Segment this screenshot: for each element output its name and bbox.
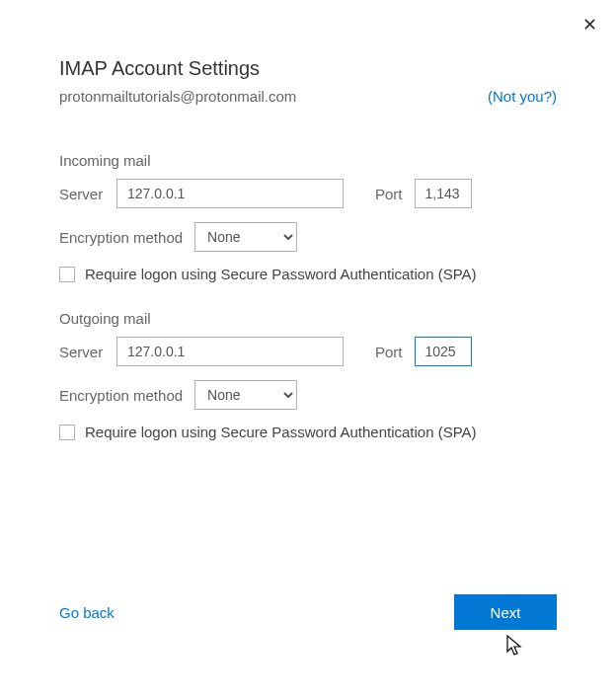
outgoing-server-row: Server Port	[59, 337, 557, 366]
incoming-spa-row: Require logon using Secure Password Auth…	[59, 266, 557, 282]
go-back-link[interactable]: Go back	[59, 604, 115, 621]
outgoing-encryption-label: Encryption method	[59, 387, 183, 404]
outgoing-port-input[interactable]	[415, 337, 472, 366]
close-icon: ✕	[582, 14, 597, 36]
incoming-port-input[interactable]	[415, 179, 472, 208]
outgoing-encryption-row: Encryption method None	[59, 380, 557, 410]
incoming-encryption-row: Encryption method None	[59, 222, 557, 252]
incoming-encryption-select[interactable]: None	[194, 222, 297, 252]
account-email: protonmailtutorials@protonmail.com	[59, 88, 296, 105]
incoming-spa-checkbox[interactable]	[59, 267, 75, 282]
incoming-server-input[interactable]	[116, 179, 344, 208]
outgoing-encryption-select[interactable]: None	[194, 380, 297, 410]
incoming-server-label: Server	[59, 186, 116, 202]
outgoing-server-label: Server	[59, 344, 116, 360]
not-you-link[interactable]: (Not you?)	[488, 88, 557, 105]
incoming-port-label: Port	[375, 186, 403, 202]
outgoing-section: Outgoing mail Server Port Encryption met…	[59, 310, 557, 440]
outgoing-server-input[interactable]	[116, 337, 344, 366]
settings-panel: IMAP Account Settings protonmailtutorial…	[0, 0, 616, 440]
outgoing-port-label: Port	[375, 344, 403, 360]
incoming-encryption-label: Encryption method	[59, 229, 183, 246]
next-button[interactable]: Next	[454, 594, 557, 630]
incoming-spa-label: Require logon using Secure Password Auth…	[85, 266, 477, 282]
incoming-server-row: Server Port	[59, 179, 557, 208]
outgoing-spa-checkbox[interactable]	[59, 425, 75, 440]
close-button[interactable]: ✕	[580, 16, 598, 34]
outgoing-spa-label: Require logon using Secure Password Auth…	[85, 424, 477, 440]
incoming-heading: Incoming mail	[59, 152, 557, 169]
page-title: IMAP Account Settings	[59, 57, 557, 80]
outgoing-heading: Outgoing mail	[59, 310, 557, 327]
subtitle-row: protonmailtutorials@protonmail.com (Not …	[59, 88, 557, 105]
cursor-icon	[505, 634, 525, 658]
footer: Go back Next	[59, 594, 557, 630]
outgoing-spa-row: Require logon using Secure Password Auth…	[59, 424, 557, 440]
